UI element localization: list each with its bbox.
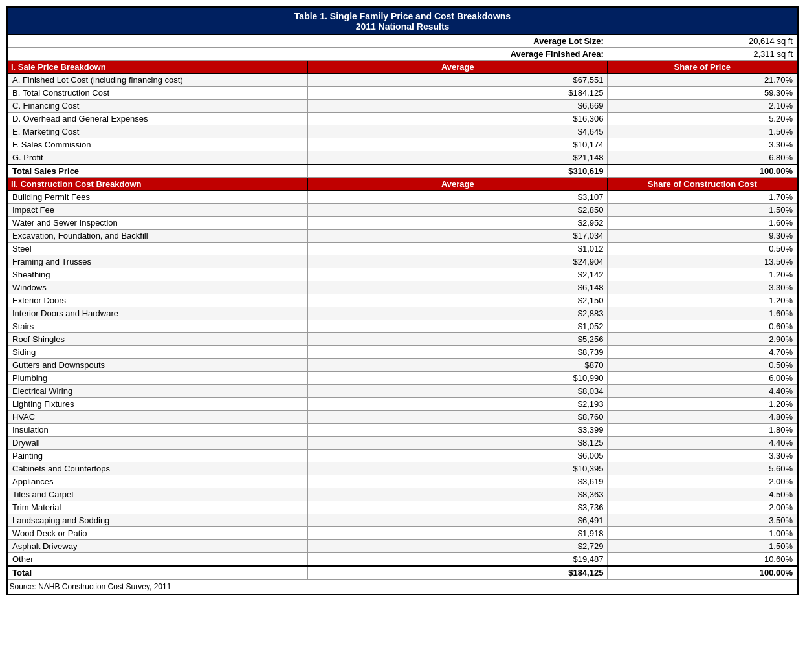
section2-header-share: Share of Construction Cost <box>608 178 797 191</box>
row-share: 21.70% <box>608 74 797 87</box>
section1-total-avg: $310,619 <box>308 164 608 178</box>
table-row: Gutters and Downspouts $870 0.50% <box>8 359 797 372</box>
row-share: 3.30% <box>608 138 797 151</box>
table-row: Water and Sewer Inspection $2,952 1.60% <box>8 217 797 230</box>
row-avg: $16,306 <box>308 113 608 125</box>
table-row: Framing and Trusses $24,904 13.50% <box>8 255 797 268</box>
row-avg: $6,005 <box>308 450 608 462</box>
row-name: A. Finished Lot Cost (including financin… <box>8 74 308 87</box>
row-name: Lighting Fixtures <box>8 398 308 411</box>
section1-header-share: Share of Price <box>608 61 797 74</box>
section2-header-avg: Average <box>308 178 608 191</box>
meta-row-lot: Average Lot Size: 20,614 sq ft <box>8 35 797 48</box>
source-row: Source: NAHB Construction Cost Survey, 2… <box>8 580 797 594</box>
row-avg: $8,760 <box>308 411 608 424</box>
row-avg: $1,012 <box>308 243 608 255</box>
row-avg: $24,904 <box>308 255 608 268</box>
row-name: G. Profit <box>8 151 308 165</box>
row-avg: $4,645 <box>308 125 608 138</box>
row-share: 0.60% <box>608 320 797 333</box>
table-row: Plumbing $10,990 6.00% <box>8 372 797 385</box>
row-share: 1.60% <box>608 217 797 230</box>
main-table-wrapper: Table 1. Single Family Price and Cost Br… <box>6 6 799 595</box>
row-avg: $3,107 <box>308 191 608 204</box>
row-name: Other <box>8 553 308 567</box>
table-row: Landscaping and Sodding $6,491 3.50% <box>8 514 797 527</box>
row-share: 5.20% <box>608 113 797 125</box>
row-name: Gutters and Downspouts <box>8 359 308 372</box>
table-row: Sheathing $2,142 1.20% <box>8 268 797 281</box>
row-avg: $6,148 <box>308 281 608 294</box>
row-share: 1.20% <box>608 398 797 411</box>
row-share: 4.50% <box>608 488 797 501</box>
row-name: Sheathing <box>8 268 308 281</box>
row-name: Impact Fee <box>8 204 308 217</box>
row-share: 13.50% <box>608 255 797 268</box>
row-share: 6.80% <box>608 151 797 165</box>
table-row: Interior Doors and Hardware $2,883 1.60% <box>8 307 797 320</box>
row-share: 59.30% <box>608 87 797 100</box>
avg-lot-value: 20,614 sq ft <box>608 35 797 48</box>
row-share: 10.60% <box>608 553 797 567</box>
row-avg: $8,125 <box>308 437 608 450</box>
row-avg: $870 <box>308 359 608 372</box>
row-name: Windows <box>8 281 308 294</box>
table-row: Tiles and Carpet $8,363 4.50% <box>8 488 797 501</box>
table-row: Exterior Doors $2,150 1.20% <box>8 294 797 307</box>
row-avg: $5,256 <box>308 333 608 346</box>
table-row: B. Total Construction Cost $184,125 59.3… <box>8 87 797 100</box>
row-avg: $8,739 <box>308 346 608 359</box>
row-name: Exterior Doors <box>8 294 308 307</box>
price-cost-table: Table 1. Single Family Price and Cost Br… <box>8 8 797 594</box>
row-share: 1.50% <box>608 204 797 217</box>
table-row: F. Sales Commission $10,174 3.30% <box>8 138 797 151</box>
row-avg: $19,487 <box>308 553 608 567</box>
section2-total-row: Total $184,125 100.00% <box>8 566 797 580</box>
table-row: Lighting Fixtures $2,193 1.20% <box>8 398 797 411</box>
table-row: HVAC $8,760 4.80% <box>8 411 797 424</box>
section2-header: II. Construction Cost Breakdown Average … <box>8 178 797 191</box>
row-name: Tiles and Carpet <box>8 488 308 501</box>
row-avg: $2,850 <box>308 204 608 217</box>
row-avg: $2,150 <box>308 294 608 307</box>
row-avg: $3,736 <box>308 501 608 514</box>
table-row: E. Marketing Cost $4,645 1.50% <box>8 125 797 138</box>
row-share: 9.30% <box>608 230 797 243</box>
avg-finished-value: 2,311 sq ft <box>608 48 797 61</box>
row-name: Cabinets and Countertops <box>8 462 308 475</box>
row-avg: $2,952 <box>308 217 608 230</box>
row-avg: $17,034 <box>308 230 608 243</box>
table-row: Asphalt Driveway $2,729 1.50% <box>8 540 797 553</box>
table-title-row: Table 1. Single Family Price and Cost Br… <box>8 8 797 35</box>
row-share: 1.80% <box>608 424 797 437</box>
row-name: Electrical Wiring <box>8 385 308 398</box>
row-name: Plumbing <box>8 372 308 385</box>
table-row: Painting $6,005 3.30% <box>8 450 797 462</box>
table-row: Electrical Wiring $8,034 4.40% <box>8 385 797 398</box>
table-row: Steel $1,012 0.50% <box>8 243 797 255</box>
row-avg: $1,052 <box>308 320 608 333</box>
table-row: Drywall $8,125 4.40% <box>8 437 797 450</box>
row-name: Wood Deck or Patio <box>8 527 308 540</box>
row-avg: $8,034 <box>308 385 608 398</box>
table-row: D. Overhead and General Expenses $16,306… <box>8 113 797 125</box>
row-name: Roof Shingles <box>8 333 308 346</box>
row-avg: $10,395 <box>308 462 608 475</box>
row-name: Asphalt Driveway <box>8 540 308 553</box>
row-avg: $184,125 <box>308 87 608 100</box>
row-share: 4.40% <box>608 437 797 450</box>
section2-header-label: II. Construction Cost Breakdown <box>8 178 308 191</box>
table-row: Insulation $3,399 1.80% <box>8 424 797 437</box>
row-name: B. Total Construction Cost <box>8 87 308 100</box>
row-name: D. Overhead and General Expenses <box>8 113 308 125</box>
row-avg: $10,174 <box>308 138 608 151</box>
table-title: Table 1. Single Family Price and Cost Br… <box>8 8 797 35</box>
row-share: 1.20% <box>608 294 797 307</box>
row-name: Steel <box>8 243 308 255</box>
row-name: Stairs <box>8 320 308 333</box>
row-share: 1.70% <box>608 191 797 204</box>
row-name: E. Marketing Cost <box>8 125 308 138</box>
row-share: 4.70% <box>608 346 797 359</box>
row-share: 2.10% <box>608 100 797 113</box>
section2-total-avg: $184,125 <box>308 566 608 580</box>
